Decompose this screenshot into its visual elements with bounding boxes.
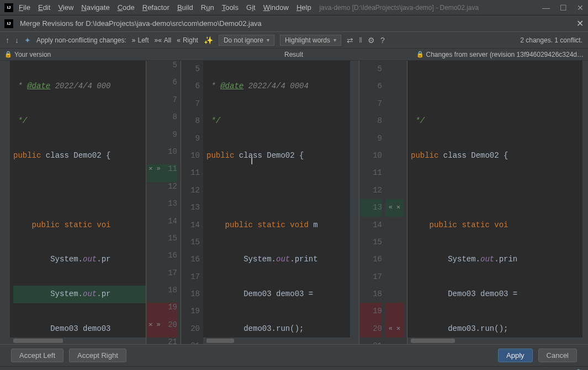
collapse-icon[interactable]: ⇄ (347, 36, 353, 45)
maximize-button[interactable]: ☐ (560, 3, 567, 12)
app-icon: IJ (4, 19, 13, 28)
highlight-dropdown[interactable]: Highlight words (280, 35, 341, 46)
merge-action-button[interactable]: « ✕ (385, 199, 404, 216)
accept-left-button[interactable]: Accept Left (11, 348, 63, 362)
menu-run[interactable]: Run (201, 3, 214, 12)
result-pane[interactable]: * @date 2022/4/4 0004 */ public class De… (203, 61, 350, 344)
left-tool-rail (0, 61, 10, 344)
lock-icon: 🔒 (4, 51, 12, 58)
cancel-button[interactable]: Cancel (538, 348, 577, 362)
menu-file[interactable]: File (19, 3, 30, 12)
menu-git[interactable]: Git (246, 3, 256, 12)
apply-button[interactable]: Apply (498, 348, 533, 362)
diff-viewer: * @date 2022/4/4 000 */ public class Dem… (0, 61, 588, 344)
apply-left-button[interactable]: » Left (132, 36, 149, 44)
left-pane[interactable]: * @date 2022/4/4 000 */ public class Dem… (10, 61, 146, 344)
prev-change-icon[interactable]: ↑ (6, 36, 9, 45)
right-pane[interactable]: */ public class Demo02 { public static v… (407, 61, 582, 344)
merge-action-button[interactable]: « ✕ (385, 320, 404, 337)
dialog-title: Merge Revisions for D:\IdeaProjects\java… (20, 19, 262, 28)
menu-code[interactable]: Code (118, 3, 135, 12)
next-change-icon[interactable]: ↓ (15, 36, 19, 45)
accept-right-button[interactable]: Accept Right (69, 348, 126, 362)
app-icon: IJ (4, 3, 13, 12)
button-bar: Accept Left Accept Right Apply Cancel (0, 344, 588, 366)
right-gutter-nums: 56789101112131415161718192021 (359, 61, 385, 344)
left-gutter: ✕ »✕ » 56789101112131415161718192021 (146, 61, 181, 344)
window-title: java-demo [D:\IdeaProjects\java-demo] - … (256, 4, 542, 12)
menu-edit[interactable]: Edit (38, 3, 50, 12)
status-bar: ☐ 1 file committed: 4 (2 minutes ago) Up… (0, 366, 588, 370)
ignore-dropdown[interactable]: Do not ignore (219, 35, 274, 46)
changes-count: 2 changes. 1 conflict. (520, 36, 582, 44)
right-gutter-acts: « ✕« ✕ (385, 61, 407, 344)
title-bar: IJ File Edit View Navigate Code Refactor… (0, 0, 588, 15)
merge-action-button[interactable]: ✕ » (146, 320, 163, 337)
your-version-label: Your version (14, 51, 51, 58)
menu-build[interactable]: Build (177, 3, 193, 12)
server-version-label: Changes from server (revision 13f9460294… (426, 51, 584, 58)
menu-tools[interactable]: Tools (222, 3, 239, 12)
minimize-button[interactable]: — (542, 3, 550, 12)
help-icon[interactable]: ? (380, 36, 385, 45)
scrollbar-h[interactable] (203, 337, 350, 344)
result-label: Result (284, 51, 303, 58)
right-ruler (582, 61, 588, 344)
result-ruler-right (350, 61, 359, 344)
result-gutter-left: 56789101112131415161718192021 (181, 61, 203, 344)
dialog-title-bar: IJ Merge Revisions for D:\IdeaProjects\j… (0, 15, 588, 32)
apply-label: Apply non-conflicting changes: (36, 36, 126, 44)
merge-toolbar: ↑ ↓ ✦ Apply non-conflicting changes: » L… (0, 32, 588, 49)
menu-view[interactable]: View (58, 3, 73, 12)
menu-navigate[interactable]: Navigate (81, 3, 109, 12)
scrollbar-h[interactable] (407, 337, 582, 344)
merge-action-button[interactable]: ✕ » (146, 164, 163, 181)
magic-wand-icon[interactable]: ✦ (24, 36, 31, 45)
apply-right-button[interactable]: « Right (177, 36, 198, 44)
pane-headers: 🔒 Your version Result 🔒 Changes from ser… (0, 49, 588, 61)
magic-resolve-icon[interactable]: ✨ (204, 36, 213, 45)
settings-icon[interactable]: ⚙ (368, 36, 375, 45)
menu-refactor[interactable]: Refactor (142, 3, 169, 12)
dialog-close-button[interactable]: ✕ (576, 18, 584, 29)
sync-scroll-icon[interactable]: ⫴ (359, 35, 362, 45)
window-close-button[interactable]: ✕ (577, 3, 584, 12)
lock-icon: 🔒 (416, 51, 424, 58)
scrollbar-h[interactable] (10, 337, 146, 344)
apply-all-button[interactable]: »« All (154, 36, 171, 44)
